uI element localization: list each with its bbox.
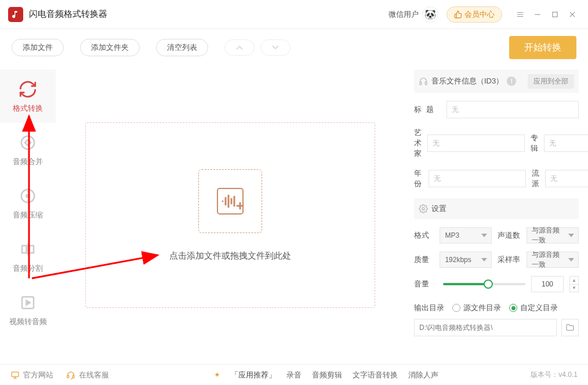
- sidebar-item-video-to-audio[interactable]: 视频转音频: [0, 283, 56, 336]
- format-label: 格式: [414, 230, 434, 241]
- volume-slider[interactable]: [443, 278, 525, 290]
- app-title: 闪电音频格式转换器: [29, 9, 107, 20]
- app-logo: [8, 7, 23, 22]
- sidebar-item-audio-merge[interactable]: 音频合并: [0, 123, 56, 176]
- output-path-field[interactable]: [414, 319, 557, 336]
- volume-up[interactable]: ▲: [570, 277, 578, 285]
- gear-icon: [419, 204, 428, 213]
- merge-icon: [17, 132, 38, 153]
- official-site-link[interactable]: 官方网站: [10, 370, 53, 380]
- id3-section-title: 音乐文件信息（ID3）: [431, 76, 503, 86]
- quality-select[interactable]: 192kbps: [440, 252, 492, 268]
- volume-value: 100: [531, 276, 564, 292]
- add-file-button[interactable]: 添加文件: [12, 39, 64, 56]
- volume-down[interactable]: ▼: [570, 285, 578, 292]
- sidebar-item-label: 音频分割: [13, 263, 43, 274]
- artist-field[interactable]: [427, 135, 525, 152]
- chevron-up-icon: [235, 45, 244, 50]
- headset-icon: [66, 371, 75, 380]
- minimize-icon: [533, 10, 542, 19]
- audio-edit-link[interactable]: 音频剪辑: [312, 370, 342, 380]
- volume-thumb[interactable]: [484, 279, 493, 289]
- genre-field[interactable]: [545, 170, 588, 187]
- svg-point-10: [422, 208, 424, 210]
- sidebar-item-audio-compress[interactable]: 音频压缩: [0, 176, 56, 230]
- start-convert-button[interactable]: 开始转换: [509, 36, 576, 59]
- volume-label: 音量: [414, 279, 437, 289]
- folder-icon: [565, 323, 575, 332]
- settings-section-title: 设置: [431, 204, 447, 214]
- wechat-user-label: 微信用户: [389, 9, 419, 20]
- add-folder-button[interactable]: 添加文件夹: [80, 39, 140, 56]
- format-select[interactable]: MP3: [440, 227, 492, 244]
- genre-label: 流派: [532, 168, 539, 189]
- denoise-link[interactable]: 消除人声: [408, 370, 438, 380]
- menu-button[interactable]: [513, 7, 528, 22]
- volume-stepper[interactable]: ▲ ▼: [569, 276, 579, 292]
- sidebar-item-audio-split[interactable]: 音频分割: [0, 230, 56, 283]
- headphones-icon: [419, 77, 428, 86]
- sidebar-item-label: 视频转音频: [9, 317, 47, 327]
- online-service-link[interactable]: 在线客服: [66, 370, 109, 380]
- member-center-button[interactable]: 会员中心: [447, 6, 502, 23]
- svg-rect-4: [22, 246, 27, 253]
- sidebar: 格式转换 音频合并 音频压缩 音频分割 视频转音频: [0, 66, 56, 364]
- center-area: 点击添加文件或拖拽文件到此处: [56, 66, 405, 364]
- dropzone[interactable]: 点击添加文件或拖拽文件到此处: [85, 122, 375, 308]
- svg-rect-8: [420, 82, 422, 85]
- dropzone-icon-box: [198, 169, 262, 233]
- samplerate-label: 采样率: [498, 255, 521, 265]
- svg-rect-7: [217, 188, 243, 214]
- statusbar: 官方网站 在线客服 ✦ 「应用推荐」 录音 音频剪辑 文字语音转换 消除人声 版…: [0, 364, 588, 385]
- output-label: 输出目录: [414, 303, 444, 313]
- settings-section-header: 设置: [414, 198, 579, 219]
- sidebar-item-format-convert[interactable]: 格式转换: [0, 70, 56, 123]
- id3-section-header: 音乐文件信息（ID3） ! 应用到全部: [414, 70, 579, 93]
- app-recommend-link[interactable]: 「应用推荐」: [231, 370, 276, 380]
- refresh-icon: [17, 79, 38, 100]
- member-center-label: 会员中心: [464, 9, 495, 20]
- clear-list-button[interactable]: 清空列表: [156, 39, 208, 56]
- titlebar: 闪电音频格式转换器 微信用户 🐼 会员中心: [0, 0, 588, 29]
- monitor-icon: [10, 371, 20, 380]
- sidebar-item-label: 音频压缩: [13, 210, 43, 220]
- info-icon[interactable]: !: [507, 77, 516, 86]
- svg-rect-11: [12, 372, 19, 376]
- sparkle-icon: ✦: [214, 371, 220, 379]
- close-button[interactable]: [565, 7, 580, 22]
- quality-label: 质量: [414, 255, 434, 265]
- output-source-radio[interactable]: 源文件目录: [452, 303, 501, 313]
- chevron-down-icon: [271, 45, 280, 50]
- album-field[interactable]: [544, 135, 588, 152]
- apply-all-button[interactable]: 应用到全部: [528, 74, 574, 89]
- play-icon: [17, 292, 38, 313]
- samplerate-select[interactable]: 与源音频一致: [527, 252, 579, 268]
- svg-point-3: [27, 195, 30, 198]
- minimize-button[interactable]: [530, 7, 545, 22]
- compress-icon: [17, 186, 38, 206]
- record-link[interactable]: 录音: [286, 370, 302, 380]
- version-label: 版本号：v4.0.1: [531, 370, 578, 380]
- move-down-button[interactable]: [260, 39, 291, 56]
- close-icon: [568, 10, 576, 19]
- wechat-avatar[interactable]: 🐼: [422, 6, 438, 23]
- svg-point-1: [21, 136, 35, 150]
- right-panel: 音乐文件信息（ID3） ! 应用到全部 标 题 艺术家 专辑 年 份 流派 设置…: [405, 66, 588, 364]
- title-field[interactable]: [447, 101, 579, 118]
- move-up-button[interactable]: [224, 39, 255, 56]
- split-icon: [17, 239, 38, 260]
- svg-rect-5: [30, 246, 34, 253]
- year-field[interactable]: [429, 170, 526, 187]
- toolbar: 添加文件 添加文件夹 清空列表 开始转换: [0, 29, 588, 66]
- maximize-button[interactable]: [547, 7, 562, 22]
- svg-rect-0: [553, 12, 557, 16]
- output-custom-radio[interactable]: 自定义目录: [509, 303, 558, 313]
- album-label: 专辑: [531, 133, 538, 154]
- svg-rect-13: [72, 375, 74, 377]
- browse-folder-button[interactable]: [561, 319, 579, 336]
- tts-link[interactable]: 文字语音转换: [353, 370, 398, 380]
- channels-select[interactable]: 与源音频一致: [527, 227, 579, 244]
- dropzone-hint: 点击添加文件或拖拽文件到此处: [169, 250, 291, 261]
- sidebar-item-label: 格式转换: [13, 103, 43, 114]
- thumbs-up-icon: [454, 10, 462, 19]
